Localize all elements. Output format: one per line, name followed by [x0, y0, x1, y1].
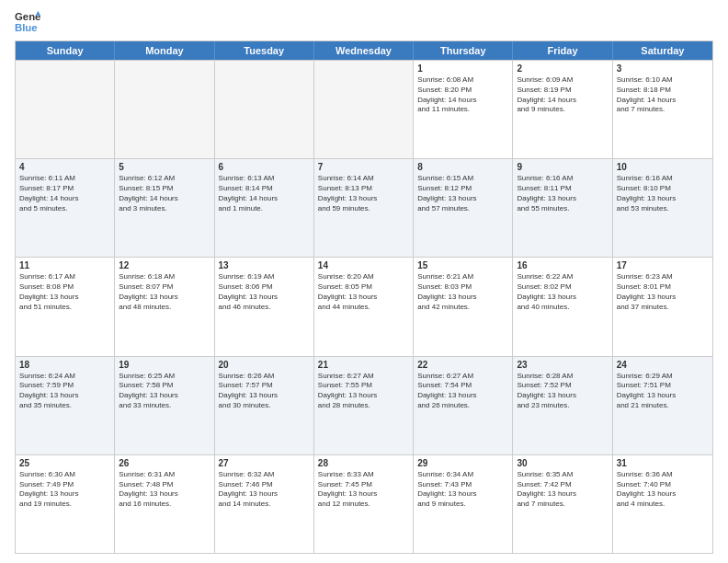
day-info: Sunrise: 6:12 AM Sunset: 8:15 PM Dayligh…	[119, 174, 210, 213]
calendar-header: SundayMondayTuesdayWednesdayThursdayFrid…	[16, 41, 712, 60]
day-number: 3	[617, 63, 709, 74]
day-number: 6	[219, 162, 310, 172]
day-cell-10: 10Sunrise: 6:16 AM Sunset: 8:10 PM Dayli…	[613, 159, 712, 257]
day-cell-16: 16Sunrise: 6:22 AM Sunset: 8:02 PM Dayli…	[513, 258, 612, 355]
empty-cell	[215, 61, 314, 158]
page: General Blue SundayMondayTuesdayWednesda…	[0, 0, 728, 563]
day-info: Sunrise: 6:21 AM Sunset: 8:03 PM Dayligh…	[417, 272, 508, 312]
calendar-body: 1Sunrise: 6:08 AM Sunset: 8:20 PM Daylig…	[16, 60, 712, 553]
day-cell-4: 4Sunrise: 6:11 AM Sunset: 8:17 PM Daylig…	[16, 159, 115, 257]
day-info: Sunrise: 6:20 AM Sunset: 8:05 PM Dayligh…	[318, 272, 409, 312]
day-info: Sunrise: 6:10 AM Sunset: 8:18 PM Dayligh…	[617, 75, 709, 115]
day-info: Sunrise: 6:27 AM Sunset: 7:55 PM Dayligh…	[318, 372, 409, 411]
calendar-row-4: 25Sunrise: 6:30 AM Sunset: 7:49 PM Dayli…	[16, 454, 712, 553]
day-cell-30: 30Sunrise: 6:35 AM Sunset: 7:42 PM Dayli…	[513, 455, 612, 553]
day-number: 26	[119, 458, 210, 468]
day-cell-6: 6Sunrise: 6:13 AM Sunset: 8:14 PM Daylig…	[215, 159, 314, 257]
day-number: 9	[517, 162, 608, 172]
day-info: Sunrise: 6:19 AM Sunset: 8:06 PM Dayligh…	[219, 272, 310, 312]
day-number: 30	[517, 458, 608, 468]
day-info: Sunrise: 6:26 AM Sunset: 7:57 PM Dayligh…	[219, 372, 310, 411]
day-info: Sunrise: 6:18 AM Sunset: 8:07 PM Dayligh…	[119, 272, 210, 312]
day-info: Sunrise: 6:11 AM Sunset: 8:17 PM Dayligh…	[19, 174, 110, 213]
day-info: Sunrise: 6:24 AM Sunset: 7:59 PM Dayligh…	[19, 372, 110, 411]
day-number: 21	[318, 360, 409, 370]
empty-cell	[115, 61, 214, 158]
day-info: Sunrise: 6:13 AM Sunset: 8:14 PM Dayligh…	[219, 174, 310, 213]
day-info: Sunrise: 6:27 AM Sunset: 7:54 PM Dayligh…	[417, 372, 508, 411]
weekday-header-tuesday: Tuesday	[215, 41, 314, 60]
day-number: 5	[119, 162, 210, 172]
day-number: 19	[119, 360, 210, 370]
weekday-header-friday: Friday	[513, 41, 612, 60]
calendar: SundayMondayTuesdayWednesdayThursdayFrid…	[15, 40, 713, 554]
weekday-header-thursday: Thursday	[414, 41, 513, 60]
day-info: Sunrise: 6:08 AM Sunset: 8:20 PM Dayligh…	[417, 75, 508, 115]
day-number: 2	[517, 63, 608, 74]
calendar-row-1: 4Sunrise: 6:11 AM Sunset: 8:17 PM Daylig…	[16, 158, 712, 257]
day-info: Sunrise: 6:31 AM Sunset: 7:48 PM Dayligh…	[119, 470, 210, 510]
day-cell-5: 5Sunrise: 6:12 AM Sunset: 8:15 PM Daylig…	[115, 159, 214, 257]
day-cell-19: 19Sunrise: 6:25 AM Sunset: 7:58 PM Dayli…	[115, 357, 214, 454]
day-number: 7	[318, 162, 409, 172]
logo-icon: General Blue	[15, 9, 40, 35]
day-number: 29	[417, 458, 508, 468]
day-number: 17	[617, 260, 709, 270]
day-info: Sunrise: 6:35 AM Sunset: 7:42 PM Dayligh…	[517, 470, 608, 510]
day-cell-23: 23Sunrise: 6:28 AM Sunset: 7:52 PM Dayli…	[513, 357, 612, 454]
svg-text:General: General	[15, 11, 40, 22]
day-info: Sunrise: 6:34 AM Sunset: 7:43 PM Dayligh…	[417, 470, 508, 510]
header: General Blue	[15, 9, 713, 35]
day-number: 12	[119, 260, 210, 270]
day-cell-22: 22Sunrise: 6:27 AM Sunset: 7:54 PM Dayli…	[414, 357, 513, 454]
day-cell-12: 12Sunrise: 6:18 AM Sunset: 8:07 PM Dayli…	[115, 258, 214, 355]
day-number: 14	[318, 260, 409, 270]
day-info: Sunrise: 6:14 AM Sunset: 8:13 PM Dayligh…	[318, 174, 409, 213]
day-number: 31	[617, 458, 709, 468]
day-cell-7: 7Sunrise: 6:14 AM Sunset: 8:13 PM Daylig…	[314, 159, 414, 257]
day-cell-1: 1Sunrise: 6:08 AM Sunset: 8:20 PM Daylig…	[414, 61, 513, 158]
day-info: Sunrise: 6:22 AM Sunset: 8:02 PM Dayligh…	[517, 272, 608, 312]
day-info: Sunrise: 6:33 AM Sunset: 7:45 PM Dayligh…	[318, 470, 409, 510]
day-number: 13	[219, 260, 310, 270]
day-number: 24	[617, 360, 709, 370]
calendar-row-0: 1Sunrise: 6:08 AM Sunset: 8:20 PM Daylig…	[16, 60, 712, 158]
day-number: 23	[517, 360, 608, 370]
day-cell-26: 26Sunrise: 6:31 AM Sunset: 7:48 PM Dayli…	[115, 455, 214, 553]
day-number: 15	[417, 260, 508, 270]
day-info: Sunrise: 6:32 AM Sunset: 7:46 PM Dayligh…	[219, 470, 310, 510]
day-cell-20: 20Sunrise: 6:26 AM Sunset: 7:57 PM Dayli…	[215, 357, 314, 454]
weekday-header-saturday: Saturday	[613, 41, 712, 60]
day-number: 28	[318, 458, 409, 468]
day-info: Sunrise: 6:15 AM Sunset: 8:12 PM Dayligh…	[417, 174, 508, 213]
day-cell-11: 11Sunrise: 6:17 AM Sunset: 8:08 PM Dayli…	[16, 258, 115, 355]
day-cell-9: 9Sunrise: 6:16 AM Sunset: 8:11 PM Daylig…	[513, 159, 612, 257]
day-info: Sunrise: 6:36 AM Sunset: 7:40 PM Dayligh…	[617, 470, 709, 510]
day-cell-14: 14Sunrise: 6:20 AM Sunset: 8:05 PM Dayli…	[314, 258, 414, 355]
day-cell-8: 8Sunrise: 6:15 AM Sunset: 8:12 PM Daylig…	[414, 159, 513, 257]
day-cell-3: 3Sunrise: 6:10 AM Sunset: 8:18 PM Daylig…	[613, 61, 712, 158]
day-info: Sunrise: 6:23 AM Sunset: 8:01 PM Dayligh…	[617, 272, 709, 312]
svg-text:Blue: Blue	[15, 22, 38, 33]
day-cell-15: 15Sunrise: 6:21 AM Sunset: 8:03 PM Dayli…	[414, 258, 513, 355]
empty-cell	[16, 61, 115, 158]
day-cell-29: 29Sunrise: 6:34 AM Sunset: 7:43 PM Dayli…	[414, 455, 513, 553]
day-cell-13: 13Sunrise: 6:19 AM Sunset: 8:06 PM Dayli…	[215, 258, 314, 355]
weekday-header-monday: Monday	[115, 41, 214, 60]
weekday-header-sunday: Sunday	[16, 41, 115, 60]
day-number: 11	[19, 260, 110, 270]
day-cell-25: 25Sunrise: 6:30 AM Sunset: 7:49 PM Dayli…	[16, 455, 115, 553]
day-info: Sunrise: 6:28 AM Sunset: 7:52 PM Dayligh…	[517, 372, 608, 411]
day-number: 4	[19, 162, 110, 172]
calendar-row-3: 18Sunrise: 6:24 AM Sunset: 7:59 PM Dayli…	[16, 356, 712, 454]
day-cell-2: 2Sunrise: 6:09 AM Sunset: 8:19 PM Daylig…	[513, 61, 612, 158]
day-info: Sunrise: 6:17 AM Sunset: 8:08 PM Dayligh…	[19, 272, 110, 312]
day-cell-17: 17Sunrise: 6:23 AM Sunset: 8:01 PM Dayli…	[613, 258, 712, 355]
empty-cell	[314, 61, 414, 158]
calendar-row-2: 11Sunrise: 6:17 AM Sunset: 8:08 PM Dayli…	[16, 257, 712, 355]
day-cell-27: 27Sunrise: 6:32 AM Sunset: 7:46 PM Dayli…	[215, 455, 314, 553]
day-number: 25	[19, 458, 110, 468]
weekday-header-wednesday: Wednesday	[314, 41, 414, 60]
day-cell-31: 31Sunrise: 6:36 AM Sunset: 7:40 PM Dayli…	[613, 455, 712, 553]
day-number: 27	[219, 458, 310, 468]
